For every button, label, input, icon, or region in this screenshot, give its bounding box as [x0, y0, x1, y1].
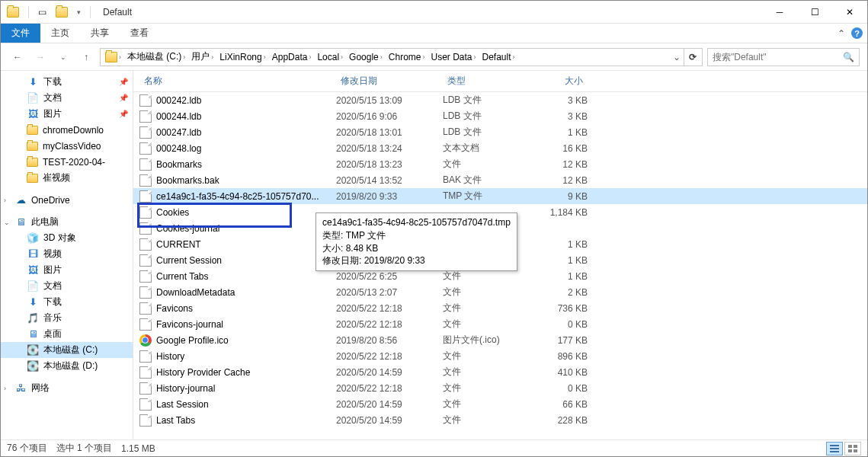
column-name[interactable]: 名称 [139, 75, 336, 88]
file-row[interactable]: 000247.ldb2020/5/18 13:01LDB 文件1 KB [133, 124, 867, 140]
sidebar-item[interactable]: myClassVideo [1, 138, 133, 154]
file-row[interactable]: History-journal2020/5/22 12:18文件0 KB [133, 380, 867, 396]
expand-icon[interactable]: › [4, 385, 6, 392]
qat-caret[interactable]: ▾ [74, 8, 84, 16]
column-date[interactable]: 修改日期 [336, 75, 443, 88]
nav-back-button[interactable]: ← [8, 48, 27, 66]
breadcrumb-segment[interactable]: Chrome› [386, 49, 428, 66]
file-row[interactable]: Favicons-journal2020/5/22 12:18文件0 KB [133, 316, 867, 332]
search-icon[interactable]: 🔍 [843, 52, 854, 62]
breadcrumb[interactable]: › 本地磁盘 (C:)›用户›LiXinRong›AppData›Local›G… [100, 48, 703, 66]
file-row[interactable]: Bookmarks2020/5/18 13:23文件12 KB [133, 156, 867, 172]
breadcrumb-segment[interactable]: Local› [314, 49, 346, 66]
file-name: Current Session [156, 255, 222, 266]
download-icon: ⬇ [27, 76, 39, 88]
file-name: 000247.ldb [156, 127, 201, 138]
sidebar-item[interactable]: 🖼图片 [1, 262, 133, 278]
sidebar-item[interactable]: 💽本地磁盘 (C:) [1, 342, 133, 358]
file-name: Favicons [156, 303, 193, 314]
maximize-button[interactable]: ☐ [797, 1, 832, 24]
sidebar-item[interactable]: 🖥桌面 [1, 326, 133, 342]
qat-dropdown[interactable] [53, 7, 71, 18]
sidebar-network[interactable]: › 🖧 网络 [1, 380, 133, 396]
file-row[interactable]: History2020/5/22 12:18文件896 KB [133, 348, 867, 364]
app-icon[interactable] [4, 7, 22, 18]
file-date: 2020/5/18 13:01 [336, 127, 443, 138]
file-size: 228 KB [534, 415, 588, 426]
sidebar-item[interactable]: 🧊3D 对象 [1, 230, 133, 246]
sidebar-item[interactable]: chromeDownlo [1, 122, 133, 138]
file-row[interactable]: Favicons2020/5/22 12:18文件736 KB [133, 300, 867, 316]
column-headers: 名称 修改日期 类型 大小 [133, 71, 867, 92]
breadcrumb-label: 本地磁盘 (C:) [127, 50, 181, 63]
file-icon [139, 398, 152, 411]
breadcrumb-segment[interactable]: Default› [479, 49, 518, 66]
breadcrumb-segment[interactable]: 用户› [188, 49, 216, 66]
breadcrumb-segment[interactable]: User Data› [428, 49, 479, 66]
file-row[interactable]: Last Session2020/5/20 14:59文件66 KB [133, 396, 867, 412]
view-icons-button[interactable] [844, 442, 861, 455]
nav-history-dropdown[interactable]: ⌄ [54, 48, 72, 66]
expand-icon[interactable]: › [4, 197, 6, 204]
file-row[interactable]: 000242.ldb2020/5/15 13:09LDB 文件3 KB [133, 92, 867, 108]
sidebar-item[interactable]: 📄文档📌 [1, 90, 133, 106]
sidebar-item[interactable]: 💽本地磁盘 (D:) [1, 358, 133, 374]
sidebar-item[interactable]: 🎵音乐 [1, 310, 133, 326]
file-row[interactable]: Bookmarks.bak2020/5/14 13:52BAK 文件12 KB [133, 172, 867, 188]
minimize-button[interactable]: ─ [762, 1, 797, 24]
file-name-cell: 000248.log [139, 142, 336, 155]
search-input[interactable] [713, 52, 843, 62]
breadcrumb-segment[interactable]: AppData› [269, 49, 315, 66]
ribbon-tab-file[interactable]: 文件 [1, 24, 40, 43]
refresh-button[interactable]: ⟳ [684, 49, 700, 66]
sidebar-item[interactable]: 🖼图片📌 [1, 106, 133, 122]
file-name-cell: History Provider Cache [139, 366, 336, 379]
file-row[interactable]: 000248.log2020/5/18 13:24文本文档16 KB [133, 140, 867, 156]
file-name: History-journal [156, 383, 215, 394]
sidebar[interactable]: ⬇下载📌📄文档📌🖼图片📌chromeDownlomyClassVideoTEST… [1, 71, 133, 439]
file-type: 文件 [443, 286, 534, 299]
breadcrumb-dropdown[interactable]: ⌄ [670, 49, 684, 66]
file-icon [139, 382, 152, 395]
file-row[interactable]: ce14a9c1-fa35-4c94-8c25-105757d70...2019… [133, 188, 867, 204]
ribbon-collapse-icon[interactable]: ⌃ [838, 28, 845, 39]
file-name-cell: Google Profile.ico [139, 334, 336, 347]
breadcrumb-segment[interactable]: LiXinRong› [216, 49, 268, 66]
file-row[interactable]: Google Profile.ico2019/8/20 8:56图片文件(.ic… [133, 332, 867, 348]
view-details-button[interactable] [826, 442, 843, 455]
breadcrumb-segment[interactable]: Google› [346, 49, 386, 66]
search-box[interactable]: 🔍 [707, 48, 860, 66]
sidebar-thispc[interactable]: ⌄ 🖥 此电脑 [1, 214, 133, 230]
file-row[interactable]: 000244.ldb2020/5/16 9:06LDB 文件3 KB [133, 108, 867, 124]
column-size[interactable]: 大小 [534, 75, 588, 88]
sidebar-item[interactable]: TEST-2020-04- [1, 154, 133, 170]
sidebar-item[interactable]: 崔视频 [1, 170, 133, 186]
3d-icon: 🧊 [27, 232, 39, 244]
ribbon-tab-home[interactable]: 主页 [40, 24, 80, 43]
sidebar-item[interactable]: ⬇下载 [1, 294, 133, 310]
file-type: LDB 文件 [443, 126, 534, 139]
breadcrumb-root-icon[interactable]: › [102, 49, 124, 66]
file-type: BAK 文件 [443, 174, 534, 187]
file-icon [139, 174, 152, 187]
close-button[interactable]: ✕ [832, 1, 867, 24]
file-icon [139, 254, 152, 267]
nav-up-button[interactable]: ↑ [77, 48, 95, 66]
help-icon[interactable]: ? [851, 27, 863, 39]
file-row[interactable]: History Provider Cache2020/5/20 14:59文件4… [133, 364, 867, 380]
file-size: 12 KB [534, 175, 588, 186]
file-size: 3 KB [534, 95, 588, 106]
column-type[interactable]: 类型 [443, 75, 534, 88]
sidebar-item[interactable]: ⬇下载📌 [1, 74, 133, 90]
file-icon [139, 110, 152, 123]
sidebar-item[interactable]: 📄文档 [1, 278, 133, 294]
breadcrumb-segment[interactable]: 本地磁盘 (C:)› [124, 49, 188, 66]
ribbon-tab-share[interactable]: 共享 [80, 24, 120, 43]
ribbon-tab-view[interactable]: 查看 [120, 24, 159, 43]
file-row[interactable]: Last Tabs2020/5/20 14:59文件228 KB [133, 412, 867, 428]
qat-item[interactable]: ▭ [35, 7, 50, 18]
file-row[interactable]: DownloadMetadata2020/5/13 2:07文件2 KB [133, 284, 867, 300]
expand-icon[interactable]: ⌄ [4, 219, 10, 226]
sidebar-item[interactable]: 🎞视频 [1, 246, 133, 262]
sidebar-onedrive[interactable]: › ☁ OneDrive [1, 192, 133, 208]
